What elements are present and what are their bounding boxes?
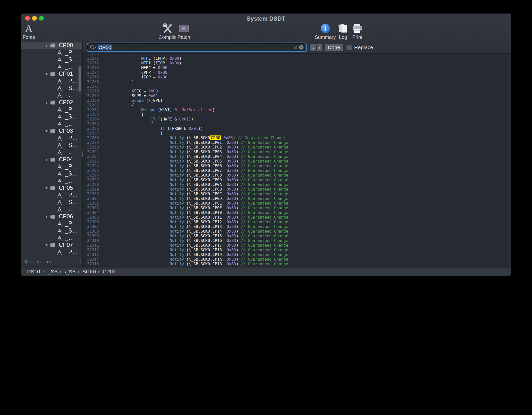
tree-item-cp06-child[interactable]: _… (21, 234, 82, 241)
disclosure-triangle-icon[interactable]: ▼ (45, 72, 50, 76)
disclosure-triangle-icon[interactable]: ▼ (45, 158, 50, 162)
tree-item-cp05-child[interactable]: _… (21, 206, 82, 213)
code-text: Notify (\_SB.SCK0.CP16, 0x83) // Guarant… (103, 238, 288, 243)
tree-item-cp05-child[interactable]: _S… (21, 199, 82, 206)
scope-icon (50, 185, 57, 191)
method-icon (57, 221, 63, 227)
statusbar: DSDT▸_SB▸\_SB▸SCK0▸CP00 (21, 267, 511, 276)
patch-button[interactable]: ⚙ Patch (177, 23, 190, 40)
code-text: Notify (\_SB.SCK0.CP08, 0x83) // Guarant… (103, 173, 288, 178)
line-number: 32275 (83, 75, 99, 79)
find-next-button[interactable]: › (317, 44, 322, 51)
fonts-button[interactable]: A Fonts (23, 23, 35, 40)
filter-tree-field[interactable]: Filter Tree (22, 258, 80, 265)
tree-item-cp05[interactable]: ▼CP05 (21, 184, 82, 192)
disclosure-triangle-icon[interactable]: ▼ (45, 186, 50, 190)
code-text: Notify (\_SB.SCK0.CP04, 0x83) // Guarant… (103, 154, 288, 159)
tree-item-cp00-child[interactable]: _S… (21, 56, 82, 63)
code-text: Notify (\_SB.SCK0.CP19, 0x83) // Guarant… (103, 252, 288, 257)
method-icon (57, 207, 63, 212)
code-text: { (103, 131, 163, 135)
code-text: Notify (\_SB.SCK0.CP01, 0x83) // Guarant… (103, 140, 288, 145)
search-icon[interactable] (90, 45, 96, 50)
line-number: 32278 (83, 89, 99, 93)
tree-item-cp07[interactable]: ▼CP07 (21, 241, 82, 249)
code-text: GPEC = 0x00 (103, 89, 158, 93)
summary-button[interactable]: i Summary (315, 23, 336, 40)
disclosure-triangle-icon[interactable]: ▼ (45, 44, 50, 47)
code-line: 32290 Notify (\_SB.SCK0.CP02, 0x83) // G… (83, 145, 511, 149)
code-text: { (103, 54, 134, 56)
breadcrumb-item[interactable]: CP00 (103, 269, 116, 275)
method-icon (57, 178, 63, 184)
info-icon: i (320, 23, 330, 34)
code-line: 32313 Notify (\_SB.SCK0.CP19, 0x83) // G… (83, 252, 511, 257)
patch-label: Patch (177, 34, 190, 40)
tree-item-cp01[interactable]: ▼CP01 (21, 70, 82, 77)
tree-item-cp00-child[interactable]: _P… (21, 49, 82, 56)
code-line: 32283 { (83, 112, 511, 117)
tree-item-cp04-child[interactable]: _S… (21, 170, 82, 177)
code-text: Notify (\_SB.SCK0.CP15, 0x83) // Guarant… (103, 234, 288, 238)
tree-item-cp06[interactable]: ▼CP06 (21, 213, 82, 220)
tree-item-cp01-child[interactable]: _S… (21, 85, 82, 92)
code-line: 32298 Notify (\_SB.SCK0.CP0A, 0x83) // G… (83, 182, 511, 187)
tree-item-cp03-child[interactable]: _S… (21, 142, 82, 149)
titlebar[interactable]: System DSDT (21, 14, 511, 23)
line-number: 32290 (83, 145, 99, 149)
tree-item-cp01-child[interactable]: _P… (21, 77, 82, 85)
code-line: 32272 NTFI (IIOP, 0x00) (83, 61, 511, 65)
line-number: 32286 (83, 126, 99, 131)
breadcrumb-item[interactable]: DSDT (27, 269, 41, 275)
log-button[interactable]: Log (338, 23, 348, 40)
tree-item-cp02-child[interactable]: _P… (21, 106, 82, 113)
line-number: 32312 (83, 248, 99, 252)
disclosure-triangle-icon[interactable]: ▼ (45, 243, 50, 247)
tree-item-cp00[interactable]: ▼CP00 (21, 42, 82, 49)
disclosure-triangle-icon[interactable]: ▼ (45, 101, 50, 104)
disclosure-triangle-icon[interactable]: ▼ (45, 215, 50, 219)
search-icon (24, 260, 29, 264)
method-icon (57, 85, 63, 91)
method-icon (57, 64, 63, 70)
breadcrumb-item[interactable]: _SB (48, 269, 58, 275)
replace-toggle[interactable]: Replace (346, 44, 373, 50)
tree-item-cp05-child[interactable]: _P… (21, 192, 82, 199)
tree-item-cp04-child[interactable]: _P… (21, 163, 82, 170)
replace-checkbox[interactable] (346, 45, 352, 50)
tree-item-cp01-child[interactable]: _… (21, 92, 82, 99)
tree-item-cp02-child[interactable]: _… (21, 120, 82, 127)
tree-item-cp07-child[interactable]: _P… (21, 249, 82, 256)
disclosure-triangle-icon[interactable]: ▼ (45, 129, 50, 133)
code-text: MEBC = 0x00 (103, 65, 167, 70)
tree-item-cp03-child[interactable]: _P… (21, 134, 82, 142)
tree-item-cp03[interactable]: ▼CP03 (21, 127, 82, 134)
line-number: 32298 (83, 182, 99, 187)
tree-item-cp00-child[interactable]: _… (21, 63, 82, 70)
breadcrumb-item[interactable]: \_SB (64, 269, 76, 275)
tree-item-cp06-child[interactable]: _P… (21, 220, 82, 227)
breadcrumb-separator-icon: ▸ (60, 269, 62, 274)
tree-item-cp06-child[interactable]: _S… (21, 227, 82, 234)
tree-item-cp04-child[interactable]: _… (21, 177, 82, 184)
print-button[interactable]: Print (352, 23, 363, 40)
code-text: Notify (\_SB.SCK0.CP12, 0x83) // Guarant… (103, 220, 288, 224)
code-editor[interactable]: 32270 {32271 NTFC (CPHP, 0x00)32272 NTFI… (83, 54, 511, 267)
compile-button[interactable]: Compile (158, 23, 176, 40)
main-split: ▼CP00_P…_S…_…▼CP01_P…_S…_…▼CP02_P…_S…_…▼… (21, 41, 511, 267)
done-button[interactable]: Done (325, 44, 343, 51)
find-input[interactable]: CP00 3 (88, 44, 306, 51)
line-number: 32271 (83, 56, 99, 61)
clear-search-icon[interactable] (299, 45, 304, 50)
line-number: 32288 (83, 135, 99, 140)
tree-item-cp02-child[interactable]: _S… (21, 113, 82, 120)
tree-item-cp02[interactable]: ▼CP02 (21, 99, 82, 106)
tree-item-label: CP03 (59, 128, 73, 134)
sidebar-scrollbar[interactable] (78, 66, 81, 92)
tree-item-cp04[interactable]: ▼CP04 (21, 156, 82, 163)
tree-item-cp03-child[interactable]: _… (21, 149, 82, 156)
line-number: 32291 (83, 149, 99, 154)
tree-item-cp07-child[interactable]: _S… (21, 256, 82, 256)
breadcrumb-item[interactable]: SCK0 (82, 269, 96, 275)
find-previous-button[interactable]: ‹ (310, 44, 316, 51)
